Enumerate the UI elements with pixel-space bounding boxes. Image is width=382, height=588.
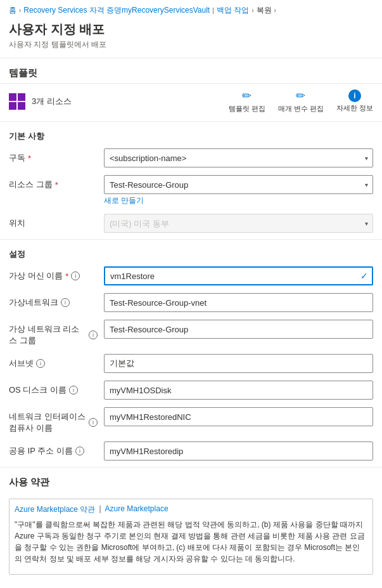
network-rg-label: 가상 네트워크 리소스 그룹 i xyxy=(9,320,98,346)
nic-name-label: 네트워크 인터페이스 컴퓨사 이름 i xyxy=(9,407,98,434)
nic-name-info-icon[interactable]: i xyxy=(89,418,98,427)
os-disk-control xyxy=(104,381,373,400)
os-disk-row: OS 디스크 이름 i xyxy=(0,377,382,403)
breadcrumb-current: 복원 xyxy=(257,5,272,16)
subnet-control xyxy=(104,354,373,373)
terms-header: Azure Marketplace 약관 | Azure Marketplace xyxy=(15,504,367,515)
detail-info-button[interactable]: i 자세한 정보 xyxy=(336,89,373,113)
location-select-wrapper: (미국) 미국 동부 ▾ xyxy=(104,214,373,233)
template-resource-count: 3개 리소스 xyxy=(32,96,72,107)
virtual-network-label: 가상네트워크 i xyxy=(9,293,98,308)
public-ip-label: 공용 IP 주소 이름 i xyxy=(9,441,98,457)
os-disk-input[interactable] xyxy=(104,381,373,400)
subnet-label: 서브넷 i xyxy=(9,354,98,369)
resource-group-required: * xyxy=(55,180,58,190)
pencil-icon: ✏ xyxy=(242,89,251,103)
resource-group-select-wrapper: Test-Resource-Group ▾ xyxy=(104,175,373,194)
nic-name-row: 네트워크 인터페이스 컴퓨사 이름 i xyxy=(0,403,382,438)
public-ip-row: 공용 IP 주소 이름 i xyxy=(0,438,382,464)
location-row: 위치 (미국) 미국 동부 ▾ xyxy=(0,210,382,237)
terms-section-title: 사용 약관 xyxy=(0,470,382,492)
resource-group-control: Test-Resource-Group ▾ 새로 만들기 xyxy=(104,175,373,206)
subscription-row: 구독 * <subscription-name> ▾ xyxy=(0,145,382,171)
location-control: (미국) 미국 동부 ▾ xyxy=(104,214,373,233)
subscription-required: * xyxy=(28,154,31,163)
agree-row: 위에 명시된 사용 약관에 동의함 xyxy=(0,581,382,588)
page-subtitle: 사용자 지정 템플릿에서 배포 xyxy=(9,39,373,50)
vm-name-label: 가상 머신 이름 * i xyxy=(9,266,98,282)
breadcrumb-home[interactable]: 홈 xyxy=(9,5,16,16)
detail-info-label: 자세한 정보 xyxy=(336,103,373,113)
pencil-icon-2: ✏ xyxy=(296,89,305,103)
terms-body: "구매"를 클릭함으로써 복잡한 제품과 관련된 해당 법적 약관에 동의하고,… xyxy=(15,519,367,565)
network-rg-control xyxy=(104,320,373,339)
template-bar: 3개 리소스 ✏ 템플릿 편집 ✏ 매개 변수 편집 i 자세한 정보 xyxy=(0,83,382,119)
terms-marketplace-link[interactable]: Azure Marketplace 약관 xyxy=(15,504,95,515)
network-rg-input[interactable] xyxy=(104,320,373,339)
network-rg-row: 가상 네트워크 리소스 그룹 i xyxy=(0,316,382,350)
os-disk-label: OS 디스크 이름 i xyxy=(9,381,98,396)
breadcrumb-vault[interactable]: Recovery Services 자격 증명myRecoveryService… xyxy=(23,5,210,16)
basics-section-title: 기본 사항 xyxy=(0,124,382,145)
subscription-select[interactable]: <subscription-name> xyxy=(104,148,373,167)
page-header: 사용자 지정 배포 사용자 지정 템플릿에서 배포 xyxy=(0,18,382,55)
param-edit-button[interactable]: ✏ 매개 변수 편집 xyxy=(278,89,324,114)
page-title: 사용자 지정 배포 xyxy=(9,21,373,38)
template-edit-button[interactable]: ✏ 템플릿 편집 xyxy=(229,89,265,114)
location-label: 위치 xyxy=(9,214,98,229)
public-ip-control xyxy=(104,441,373,461)
azure-marketplace-link[interactable]: Azure Marketplace xyxy=(105,504,169,515)
nic-name-input[interactable] xyxy=(104,407,373,426)
terms-section: Azure Marketplace 약관 | Azure Marketplace… xyxy=(0,492,382,581)
nic-name-control xyxy=(104,407,373,426)
info-icon: i xyxy=(348,89,361,102)
vm-name-check-icon: ✓ xyxy=(360,271,368,281)
template-left: 3개 리소스 xyxy=(9,93,72,110)
settings-section-title: 설정 xyxy=(0,242,382,263)
subnet-row: 서브넷 i xyxy=(0,350,382,377)
public-ip-input[interactable] xyxy=(104,441,373,461)
subnet-input[interactable] xyxy=(104,354,373,373)
new-resource-group-link[interactable]: 새로 만들기 xyxy=(104,195,373,206)
virtual-network-control xyxy=(104,293,373,312)
subscription-label: 구독 * xyxy=(9,148,98,164)
vm-name-info-icon[interactable]: i xyxy=(71,271,80,280)
vm-name-required: * xyxy=(65,271,68,281)
resource-group-row: 리소스 그룹 * Test-Resource-Group ▾ 새로 만들기 xyxy=(0,171,382,210)
template-icon xyxy=(9,93,25,110)
resource-group-select[interactable]: Test-Resource-Group xyxy=(104,175,373,194)
subscription-control: <subscription-name> ▾ xyxy=(104,148,373,167)
virtual-network-info-icon[interactable]: i xyxy=(61,298,70,307)
vm-name-input[interactable] xyxy=(104,266,373,285)
template-section-title: 템플릿 xyxy=(0,61,382,83)
os-disk-info-icon[interactable]: i xyxy=(69,386,78,395)
subscription-select-wrapper: <subscription-name> ▾ xyxy=(104,148,373,167)
breadcrumb-backup-job[interactable]: 백업 작업 xyxy=(217,5,249,16)
network-rg-info-icon[interactable]: i xyxy=(89,330,98,339)
subnet-info-icon[interactable]: i xyxy=(36,359,45,368)
vm-name-control: ✓ xyxy=(104,266,373,285)
public-ip-info-icon[interactable]: i xyxy=(75,447,84,455)
template-edit-label: 템플릿 편집 xyxy=(229,104,265,114)
virtual-network-input[interactable] xyxy=(104,293,373,312)
breadcrumb: 홈 › Recovery Services 자격 증명myRecoverySer… xyxy=(0,0,382,18)
virtual-network-row: 가상네트워크 i xyxy=(0,289,382,316)
vm-name-row: 가상 머신 이름 * i ✓ xyxy=(0,263,382,289)
terms-box[interactable]: Azure Marketplace 약관 | Azure Marketplace… xyxy=(9,499,373,575)
template-actions: ✏ 템플릿 편집 ✏ 매개 변수 편집 i 자세한 정보 xyxy=(229,89,373,114)
location-select[interactable]: (미국) 미국 동부 xyxy=(104,214,373,233)
resource-group-label: 리소스 그룹 * xyxy=(9,175,98,190)
param-edit-label: 매개 변수 편집 xyxy=(278,104,324,114)
